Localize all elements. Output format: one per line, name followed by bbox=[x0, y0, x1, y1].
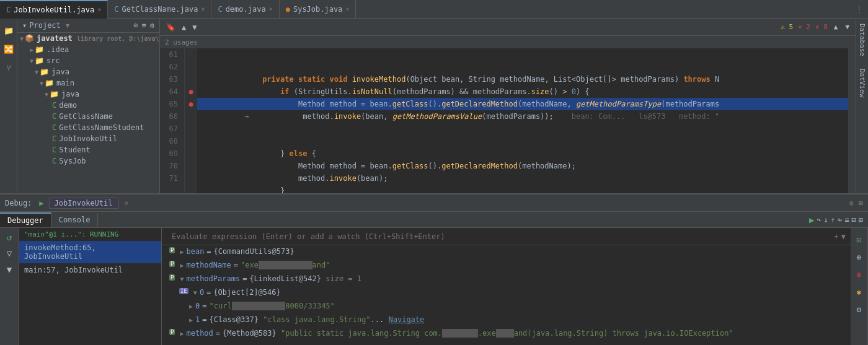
bookmark-icon[interactable]: 🔖 bbox=[165, 22, 177, 33]
tab-close-2[interactable]: × bbox=[269, 6, 273, 12]
variables-panel: P ▶ bean = {CommandUtils@573} P ▶ method… bbox=[162, 245, 851, 345]
warning-badge: ⚠ 5 bbox=[781, 23, 793, 31]
java-file-icon-2: C bbox=[218, 5, 222, 14]
stack-frame-0[interactable]: invokeMethod:65, JobInvokeUtil bbox=[19, 241, 161, 263]
error-badge: ✕ 2 bbox=[798, 23, 810, 31]
tree-main[interactable]: ▼ 📁 main bbox=[17, 77, 159, 89]
tree-student[interactable]: C Student bbox=[17, 144, 159, 155]
bookmark-btn-1[interactable]: ⊡ bbox=[852, 233, 866, 247]
evaluate-dropdown-icon[interactable]: ▼ bbox=[841, 232, 846, 241]
var-methodparams[interactable]: P ▼ methodParams = {LinkedList@542} size… bbox=[162, 273, 851, 286]
code-editor[interactable]: 61 62 63 64 65 66 67 68 69 70 71 ● ● bbox=[160, 48, 856, 193]
toolbar-run-cursor-icon[interactable]: ↬ bbox=[838, 216, 842, 224]
debug-body: ↺ ▽ ▼ "main"@1 i...": RUNNING invokeMeth… bbox=[0, 228, 868, 345]
frame-method-1: main:57, JobInvokeUtil bbox=[24, 266, 156, 274]
tab-demo[interactable]: C demo.java × bbox=[211, 0, 279, 19]
var-methodname[interactable]: P ▶ methodName = "exe████████████and" bbox=[162, 259, 851, 273]
tab-more-button[interactable]: ⋮ bbox=[851, 5, 868, 14]
close-debug-tab[interactable]: × bbox=[125, 199, 129, 207]
tree-getclassname[interactable]: C GetClassName bbox=[17, 111, 159, 122]
tab-getclassname[interactable]: C GetClassName.java × bbox=[108, 0, 211, 19]
bookmark-btn-5[interactable]: ⚙ bbox=[852, 302, 866, 316]
toolbar-step-into-icon[interactable]: ↓ bbox=[824, 216, 828, 224]
console-tab-label: Console bbox=[59, 216, 91, 224]
git-icon[interactable]: ⑂ bbox=[2, 61, 16, 74]
code-line-61 bbox=[197, 48, 848, 61]
var-method[interactable]: P ▶ method = {Method@583} "public static… bbox=[162, 327, 851, 341]
debug-layout-icon[interactable]: ⊞ bbox=[859, 199, 863, 207]
debugger-tab[interactable]: Debugger bbox=[0, 212, 51, 227]
debug-title-text: Debug: bbox=[5, 199, 32, 207]
toolbar-table-icon[interactable]: ⊟ bbox=[852, 216, 856, 224]
tab-jobinvokeutil[interactable]: C JobInvokeUtil.java × bbox=[0, 0, 108, 19]
tab-sysjob[interactable]: ● SysJob.java × bbox=[280, 0, 356, 19]
tree-java-outer[interactable]: ▼ 📁 java bbox=[17, 66, 159, 77]
evaluate-input[interactable] bbox=[167, 230, 835, 243]
bookmark-btn-4[interactable]: ✱ bbox=[852, 285, 866, 299]
line-numbers: 61 62 63 64 65 66 67 68 69 70 71 bbox=[160, 48, 185, 193]
tab-close-0[interactable]: × bbox=[97, 6, 101, 13]
bookmark-btn-2[interactable]: ⊕ bbox=[852, 250, 866, 264]
project-icon[interactable]: 📁 bbox=[2, 24, 16, 37]
tree-root[interactable]: ▼ 📦 javatest library root, D:\java\javat… bbox=[17, 33, 159, 44]
filter-dropdown[interactable]: ▼ bbox=[2, 263, 16, 276]
tab-label-2: demo.java bbox=[226, 5, 266, 14]
filter-button[interactable]: ▽ bbox=[2, 247, 16, 260]
tree-sysjob[interactable]: C SysJob bbox=[17, 155, 159, 167]
tree-demo[interactable]: C demo bbox=[17, 100, 159, 111]
arrow-down-icon[interactable]: ▼ bbox=[191, 22, 198, 33]
sidebar-settings-icon[interactable]: ⚙ bbox=[150, 21, 154, 30]
running-status: "main"@1 i...": RUNNING bbox=[19, 228, 161, 241]
editor-toolbar: 🔖 ▲ ▼ ⚠ 5 ✕ 2 ✗ 8 ▲ ▼ bbox=[160, 19, 856, 36]
sidebar: ▾ Project ▼ ⊙ ≡ ⚙ ▼ 📦 javatest library r… bbox=[17, 19, 160, 193]
code-content[interactable]: private static void invokeMethod(Object … bbox=[197, 48, 848, 193]
var-bean[interactable]: P ▶ bean = {CommandUtils@573} bbox=[162, 245, 851, 259]
scroll-indicator[interactable] bbox=[848, 48, 856, 193]
root-desc: library root, D:\java\javatest bbox=[77, 35, 159, 42]
var-obj-0[interactable]: ▶ 0 = "curl████████████8000/33345" bbox=[162, 300, 851, 313]
arrow-up-icon[interactable]: ▲ bbox=[180, 22, 187, 33]
debug-session-label[interactable]: JobInvokeUtil bbox=[49, 198, 118, 209]
expand-icon[interactable]: ▼ bbox=[844, 22, 851, 32]
debug-settings-icon[interactable]: ⚙ bbox=[849, 199, 854, 207]
debug-toolbar: ▶ ↷ ↓ ↑ ↬ ≡ ⊟ ⊞ bbox=[809, 215, 868, 225]
toolbar-resume-icon[interactable]: ▶ bbox=[809, 215, 814, 225]
tree-idea[interactable]: ▶ 📁 .idea bbox=[17, 44, 159, 55]
tree-java-inner[interactable]: ▼ 📁 java bbox=[17, 89, 159, 100]
console-tab[interactable]: Console bbox=[51, 213, 99, 227]
database-tab[interactable]: Database bbox=[858, 24, 866, 56]
bookmark-btn-3[interactable]: ⊗ bbox=[852, 268, 866, 281]
tab-label: JobInvokeUtil.java bbox=[14, 6, 94, 14]
stack-frame-1[interactable]: main:57, JobInvokeUtil bbox=[19, 263, 161, 277]
sidebar-collapse-icon[interactable]: ≡ bbox=[142, 21, 146, 30]
var-methodparams-0[interactable]: IE ▼ 0 = {Object[2]@546} bbox=[162, 286, 851, 300]
tab-label-3: SysJob.java bbox=[293, 5, 342, 14]
tab-close-1[interactable]: × bbox=[201, 6, 205, 12]
bookmarks-panel: ⊡ ⊕ ⊗ ✱ ⚙ bbox=[851, 228, 868, 345]
tree-getclassnamesudent[interactable]: C GetClassNameStudent bbox=[17, 122, 159, 133]
tab-bar: C JobInvokeUtil.java × C GetClassName.ja… bbox=[0, 0, 868, 19]
project-tree: ▼ 📦 javatest library root, D:\java\javat… bbox=[17, 33, 159, 193]
debug-tab-bar: Debugger Console ▶ ↷ ↓ ↑ ↬ ≡ ⊟ ⊞ bbox=[0, 212, 868, 228]
toolbar-step-over-icon[interactable]: ↷ bbox=[817, 216, 821, 224]
rerun-button[interactable]: ↺ bbox=[2, 230, 16, 244]
toolbar-evaluate-icon[interactable]: ≡ bbox=[844, 216, 849, 224]
debug-header: Debug: ▶ JobInvokeUtil × ⚙ ⊞ bbox=[0, 194, 868, 212]
tree-jobinvokeutil[interactable]: C JobInvokeUtil bbox=[17, 133, 159, 144]
datview-tab[interactable]: DatView bbox=[858, 69, 866, 97]
toolbar-tree-icon[interactable]: ⊞ bbox=[859, 216, 863, 224]
var-obj-1[interactable]: ▶ 1 = {Class@337} "class java.lang.Strin… bbox=[162, 313, 851, 327]
collapse-icon[interactable]: ▲ bbox=[833, 22, 839, 32]
navigate-link[interactable]: Navigate bbox=[389, 315, 425, 324]
debug-tab-icon: ▶ bbox=[39, 199, 43, 207]
debugger-tab-label: Debugger bbox=[7, 216, 43, 225]
root-label: javatest bbox=[37, 34, 73, 43]
tree-src[interactable]: ▼ 📁 src bbox=[17, 55, 159, 66]
toolbar-step-out-icon[interactable]: ↑ bbox=[831, 216, 835, 224]
project-expand-arrow: ▾ bbox=[22, 21, 27, 30]
commit-icon[interactable]: 🔀 bbox=[2, 42, 16, 56]
tab-close-3[interactable]: × bbox=[345, 6, 349, 12]
sidebar-sync-icon[interactable]: ⊙ bbox=[133, 21, 138, 30]
evaluate-add-icon[interactable]: + bbox=[835, 232, 839, 241]
right-panel: Database DatView bbox=[856, 19, 868, 193]
